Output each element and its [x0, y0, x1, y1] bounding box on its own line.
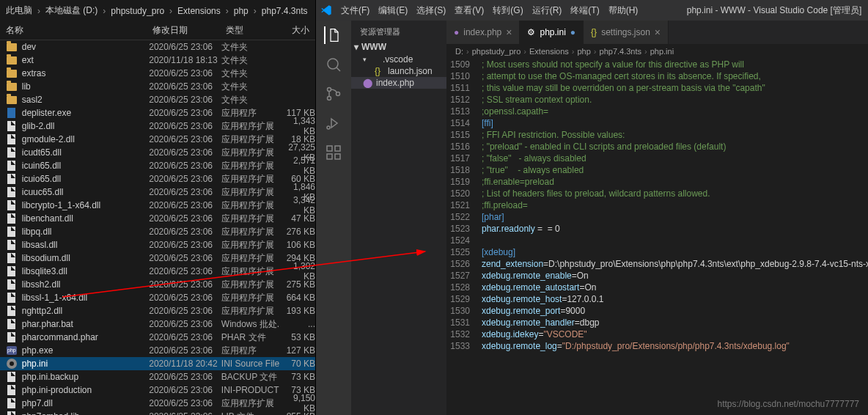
file-row[interactable]: libssl-1_1-x64.dll2020/6/25 23:06应用程序扩展6… — [0, 291, 315, 304]
breadcrumb-item[interactable]: phpstudy_pro — [111, 6, 164, 16]
col-type[interactable]: 类型 — [220, 24, 279, 37]
code-line[interactable]: 1509; Most users should not specify a va… — [446, 59, 868, 70]
code-line[interactable]: 1511; this value may still be overridden… — [446, 82, 868, 94]
crumb-item[interactable]: php.ini — [650, 47, 674, 56]
files-icon[interactable] — [324, 26, 342, 44]
sidebar-item[interactable]: {}launch.json — [351, 65, 446, 77]
editor-breadcrumb[interactable]: D:›phpstudy_pro›Extensions›php›php7.4.3n… — [446, 44, 868, 59]
code-editor[interactable]: 1509; Most users should not specify a va… — [446, 59, 868, 415]
column-headers[interactable]: 名称 修改日期 类型 大小 — [0, 21, 315, 40]
sidebar-item[interactable]: ⬤index.php — [351, 77, 446, 89]
breadcrumb-item[interactable]: Extensions — [177, 6, 221, 16]
menu-item[interactable]: 编辑(E) — [374, 4, 412, 17]
code-line[interactable]: 1530xdebug.remote_port=9000 — [446, 305, 868, 317]
code-line[interactable]: 1525[xdebug] — [446, 246, 868, 258]
crumb-item[interactable]: phpstudy_pro — [472, 47, 521, 56]
file-row[interactable]: lib2020/6/25 23:06文件夹 — [0, 80, 315, 93]
code-line[interactable]: 1527xdebug.remote_enable=On — [446, 270, 868, 282]
code-line[interactable]: 1518; "true" - always enabled — [446, 164, 868, 176]
col-size[interactable]: 大小 — [279, 24, 315, 37]
file-row[interactable]: deplister.exe2020/6/25 23:06应用程序117 KB — [0, 106, 315, 120]
code-line[interactable]: 1520; List of headers files to preload, … — [446, 188, 868, 199]
file-row[interactable]: icuin65.dll2020/6/25 23:06应用程序扩展2,571 KB — [0, 159, 315, 172]
col-date[interactable]: 修改日期 — [147, 24, 220, 37]
file-row[interactable]: dev2020/6/25 23:06文件夹 — [0, 40, 315, 54]
breadcrumb-item[interactable]: 此电脑 — [6, 4, 32, 17]
breadcrumb-item[interactable]: php7.4.3nts — [262, 6, 308, 16]
line-number: 1523 — [446, 223, 482, 235]
code-line[interactable]: 1524 — [446, 235, 868, 246]
col-name[interactable]: 名称 — [0, 24, 147, 37]
code-line[interactable]: 1533xdebug.remote_log="D:/phpstudy_pro/E… — [446, 340, 868, 352]
extensions-icon[interactable] — [325, 144, 342, 161]
sidebar-item[interactable]: ▾.vscode — [351, 54, 446, 65]
crumb-item[interactable]: Extensions — [529, 47, 569, 56]
crumb-item[interactable]: D: — [455, 47, 463, 56]
code-line[interactable]: 1517; "false" - always disabled — [446, 153, 868, 164]
editor-tab[interactable]: ●index.php× — [446, 21, 520, 44]
code-line[interactable]: 1515; FFI API restriction. Possible valu… — [446, 129, 868, 141]
code-line[interactable]: 1516; "preload" - enabled in CLI scripts… — [446, 141, 868, 153]
code-line[interactable]: 1531xdebug.remote_handler=dbgp — [446, 317, 868, 328]
file-row[interactable]: php7.dll2020/6/25 23:06应用程序扩展9,150 KB — [0, 397, 315, 410]
menu-item[interactable]: 选择(S) — [412, 4, 450, 17]
code-line[interactable]: 1522[phar] — [446, 211, 868, 223]
menu-item[interactable]: 文件(F) — [336, 4, 374, 17]
code-line[interactable]: 1523phar.readonly = = 0 — [446, 223, 868, 235]
code-line[interactable]: 1512; SSL stream context option. — [446, 94, 868, 106]
file-row[interactable]: libpq.dll2020/6/25 23:06应用程序扩展276 KB — [0, 225, 315, 238]
menu-item[interactable]: 查看(V) — [450, 4, 488, 17]
file-row[interactable]: php.ini-production2020/6/25 23:06INI-PRO… — [0, 383, 315, 397]
exe-icon — [6, 107, 18, 119]
file-row[interactable]: sasl22020/6/25 23:06文件夹 — [0, 93, 315, 106]
code-line[interactable]: 1526zend_extension=D:\phpstudy_pro\Exten… — [446, 258, 868, 270]
breadcrumb[interactable]: 此电脑›本地磁盘 (D:)›phpstudy_pro›Extensions›ph… — [0, 0, 315, 21]
debug-icon[interactable] — [325, 114, 342, 132]
code-line[interactable]: 1529xdebug.remote_host=127.0.0.1 — [446, 293, 868, 305]
file-row[interactable]: nghttp2.dll2020/6/25 23:06应用程序扩展193 KB — [0, 304, 315, 317]
file-row[interactable]: libcrypto-1_1-x64.dll2020/6/25 23:06应用程序… — [0, 199, 315, 212]
menu-item[interactable]: 转到(G) — [488, 4, 527, 17]
crumb-item[interactable]: php7.4.3nts — [600, 47, 642, 56]
file-row[interactable]: pharcommand.phar2020/6/25 23:06PHAR 文件53… — [0, 331, 315, 344]
file-row[interactable]: libsasl.dll2020/6/25 23:06应用程序扩展106 KB — [0, 238, 315, 251]
code-line[interactable]: 1510; attempt to use the OS-managed cert… — [446, 70, 868, 82]
file-row[interactable]: glib-2.dll2020/6/25 23:06应用程序扩展1,343 KB — [0, 120, 315, 133]
code-line[interactable]: 1513;openssl.capath= — [446, 106, 868, 117]
menu-item[interactable]: 终端(T) — [566, 4, 603, 17]
menu-item[interactable]: 运行(R) — [528, 4, 567, 17]
file-row[interactable]: libenchant.dll2020/6/25 23:06应用程序扩展47 KB — [0, 212, 315, 225]
editor-tab[interactable]: ⚙php.ini● — [520, 21, 584, 44]
file-row[interactable]: phar.phar.bat2020/6/25 23:06Windows 批处..… — [0, 317, 315, 331]
workspace-root[interactable]: ▾WWW — [351, 40, 446, 54]
code-line[interactable]: 1521;ffi.preload= — [446, 199, 868, 211]
menu-item[interactable]: 帮助(H) — [604, 4, 643, 17]
file-row[interactable]: php.ini.backup2020/6/25 23:06BACKUP 文件73… — [0, 370, 315, 383]
code-line[interactable]: 1532xdebug.idekey="VSCODE" — [446, 328, 868, 340]
file-row[interactable]: phpphp.exe2020/6/25 23:06应用程序127 KB — [0, 344, 315, 357]
close-icon[interactable]: × — [506, 26, 512, 38]
search-icon[interactable] — [325, 56, 342, 73]
breadcrumb-item[interactable]: php — [234, 6, 249, 16]
file-row[interactable]: ext2020/11/18 18:13文件夹 — [0, 54, 315, 67]
file-row[interactable]: icuio65.dll2020/6/25 23:06应用程序扩展60 KB — [0, 172, 315, 186]
code-line[interactable]: 1528xdebug.remote_autostart=On — [446, 282, 868, 293]
breadcrumb-item[interactable]: 本地磁盘 (D:) — [45, 4, 98, 17]
file-row[interactable]: libssh2.dll2020/6/25 23:06应用程序扩展275 KB — [0, 278, 315, 291]
editor-tab[interactable]: {}settings.json× — [584, 21, 669, 44]
close-icon[interactable]: × — [655, 26, 661, 38]
file-row[interactable]: php.ini2020/11/18 20:42INI Source File70… — [0, 357, 315, 370]
file-row[interactable]: extras2020/6/25 23:06文件夹 — [0, 67, 315, 80]
scm-icon[interactable] — [325, 85, 342, 103]
file-row[interactable]: php7embed.lib2020/6/25 23:06LIB 文件855 KB — [0, 410, 315, 415]
file-row[interactable]: gmodule-2.dll2020/6/25 23:06应用程序扩展18 KB — [0, 133, 315, 146]
crumb-item[interactable]: php — [578, 47, 591, 56]
file-row[interactable]: icudt65.dll2020/6/25 23:06应用程序扩展27,325 K… — [0, 146, 315, 159]
file-row[interactable]: icuuc65.dll2020/6/25 23:06应用程序扩展1,846 KB — [0, 186, 315, 199]
file-type: 应用程序扩展 — [221, 147, 279, 159]
code-line[interactable]: 1514[ffi] — [446, 117, 868, 129]
code-line[interactable]: 1519;ffi.enable=preload — [446, 176, 868, 188]
file-size: 70 KB — [279, 359, 315, 369]
file-row[interactable]: libsodium.dll2020/6/25 23:06应用程序扩展294 KB — [0, 251, 315, 265]
file-row[interactable]: libsqlite3.dll2020/6/25 23:06应用程序扩展1,302… — [0, 265, 315, 278]
